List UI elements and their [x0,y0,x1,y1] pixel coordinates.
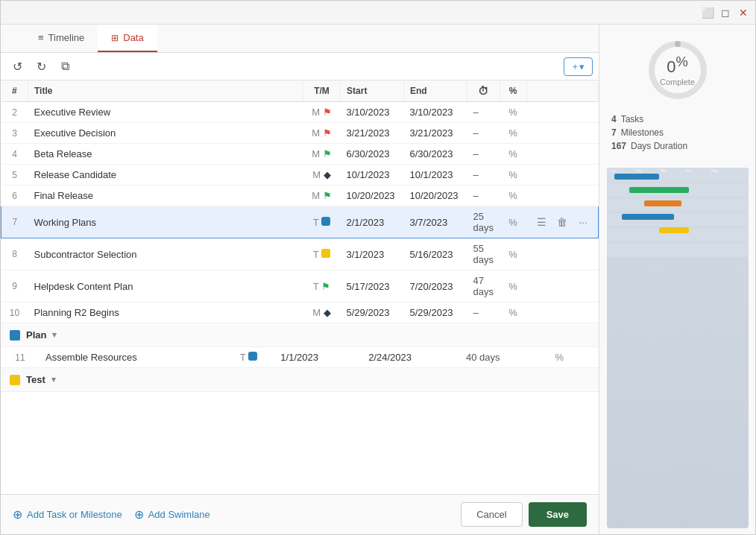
row-duration: 40 days [460,347,541,368]
table-row[interactable]: 3 Executive Decision M ⚑ 3/21/2023 3/21/… [1,123,599,144]
minimize-button[interactable]: ⬜ [702,7,714,19]
row-end: 3/7/2023 [404,206,467,238]
donut-text: 0% Complete [660,54,695,86]
row-title[interactable]: Helpdesk Content Plan [28,270,303,303]
col-title: Title [28,80,303,102]
cancel-button[interactable]: Cancel [461,502,522,527]
plan-section-table: 11 Assemble Resources T 1/1/2023 2/24/20… [1,347,599,368]
row-pct: % [500,123,526,144]
add-task-label: Add Task or Milestone [27,509,122,520]
row-start: 2/1/2023 [341,206,404,238]
redo-button[interactable]: ↻ [31,56,51,77]
row-actions-cell [526,270,599,303]
milestones-label: Milestones [621,127,664,138]
row-title[interactable]: Working Plans [28,206,303,238]
delete-row-button[interactable]: 🗑 [553,213,571,231]
row-type: M ⚑ [303,186,341,206]
tab-data[interactable]: ⊞ Data [98,25,157,52]
row-end: 7/20/2023 [404,270,467,303]
row-title[interactable]: Beta Release [28,144,303,165]
row-num: 11 [1,347,40,368]
maximize-button[interactable]: ◻ [719,7,731,19]
row-title[interactable]: Release Candidate [28,165,303,186]
row-end: 5/29/2023 [404,303,467,323]
plan-chevron-icon: ▾ [52,330,57,340]
duration-count: 167 [611,141,626,151]
table-row[interactable]: 10 Planning R2 Begins M ◆ 5/29/2023 5/29… [1,303,599,323]
table-row[interactable]: 5 Release Candidate M ◆ 10/1/2023 10/1/2… [1,165,599,186]
row-type: M ◆ [303,303,341,323]
row-start: 3/21/2023 [341,123,404,144]
section-test[interactable]: Test ▾ [1,368,599,392]
gantt-preview-svg: Jan Feb Mar Apr May [607,168,749,257]
plan-section-body: 11 Assemble Resources T 1/1/2023 2/24/20… [1,347,599,368]
row-title[interactable]: Final Release [28,186,303,206]
diamond-icon: ◆ [324,169,331,180]
tasks-count: 4 [611,114,617,124]
row-duration: 55 days [467,238,500,270]
blue-dot-icon [248,352,257,361]
table-row[interactable]: 8 Subcontractor Selection T 3/1/2023 5/1… [1,238,599,270]
row-duration: – [467,102,500,123]
svg-text:Feb: Feb [635,168,642,173]
row-actions-cell [526,186,599,206]
row-title[interactable]: Executive Review [28,102,303,123]
list-view-button[interactable]: ☰ [532,213,550,231]
footer-bar: ⊕ Add Task or Milestone ⊕ Add Swimlane C… [1,494,599,534]
table-row[interactable]: 4 Beta Release M ⚑ 6/30/2023 6/30/2023 –… [1,144,599,165]
row-duration: – [467,186,500,206]
left-panel: ≡ Timeline ⊞ Data ↺ ↻ ⧉ + ▾ [1,25,599,534]
save-button[interactable]: Save [529,502,587,527]
title-bar: ⬜ ◻ ✕ [1,1,755,25]
section-plan[interactable]: Plan ▾ [1,323,599,347]
stat-duration: 167Days Duration [611,139,743,153]
row-num: 8 [1,238,28,270]
table-row[interactable]: 11 Assemble Resources T 1/1/2023 2/24/20… [1,347,599,368]
row-start: 5/17/2023 [341,270,404,303]
svg-rect-8 [614,174,659,180]
footer-actions: ⊕ Add Task or Milestone ⊕ Add Swimlane [13,507,210,522]
completion-donut: 0% Complete [644,37,711,104]
svg-text:Mar: Mar [661,168,667,173]
add-task-button[interactable]: ⊕ Add Task or Milestone [13,507,122,522]
row-type: T [223,347,275,368]
svg-rect-12 [659,227,689,233]
gantt-preview: Jan Feb Mar Apr May [607,168,749,528]
timeline-icon: ≡ [38,32,44,43]
tasks-label: Tasks [621,114,644,124]
row-title[interactable]: Executive Decision [28,123,303,144]
data-label: Data [123,32,143,43]
col-end: End [404,80,467,102]
plan-section-icon [10,330,20,341]
row-num: 6 [1,186,28,206]
row-title[interactable]: Planning R2 Begins [28,303,303,323]
close-button[interactable]: ✕ [737,7,749,19]
row-title[interactable]: Assemble Resources [40,347,223,368]
row-type: M ⚑ [303,144,341,165]
col-clock: ⏱ [467,80,500,102]
green-flag-icon: ⚑ [323,190,332,201]
main-window: ⬜ ◻ ✕ ≡ Timeline ⊞ Data ↺ ↻ ⧉ [0,0,756,535]
pct-sup: % [675,54,687,69]
main-content: ≡ Timeline ⊞ Data ↺ ↻ ⧉ + ▾ [1,25,755,534]
row-type: T ⚑ [303,270,341,303]
stats-list: 4Tasks 7Milestones 167Days Duration [605,113,749,153]
row-start: 10/1/2023 [341,165,404,186]
table-row[interactable]: 7 Working Plans T 2/1/2023 3/7/2023 25 d… [1,206,599,238]
pct-value: 0 [667,58,675,77]
add-dropdown-button[interactable]: + ▾ [564,57,593,76]
data-icon: ⊞ [111,33,119,43]
undo-button[interactable]: ↺ [7,56,28,77]
clipboard-button[interactable]: ⧉ [54,56,75,77]
add-swimlane-label: Add Swimlane [148,509,210,520]
tab-timeline[interactable]: ≡ Timeline [25,25,98,52]
row-duration: 25 days [467,206,500,238]
table-row[interactable]: 2 Executive Review M ⚑ 3/10/2023 3/10/20… [1,102,599,123]
row-title[interactable]: Subcontractor Selection [28,238,303,270]
table-row[interactable]: 9 Helpdesk Content Plan T ⚑ 5/17/2023 7/… [1,270,599,303]
data-table-container: # Title T/M Start End ⏱ % 2 Ex [1,80,599,494]
add-swimlane-button[interactable]: ⊕ Add Swimlane [134,507,210,522]
more-options-button[interactable]: ··· [574,213,592,231]
red-flag-icon: ⚑ [323,127,332,139]
table-row[interactable]: 6 Final Release M ⚑ 10/20/2023 10/20/202… [1,186,599,206]
